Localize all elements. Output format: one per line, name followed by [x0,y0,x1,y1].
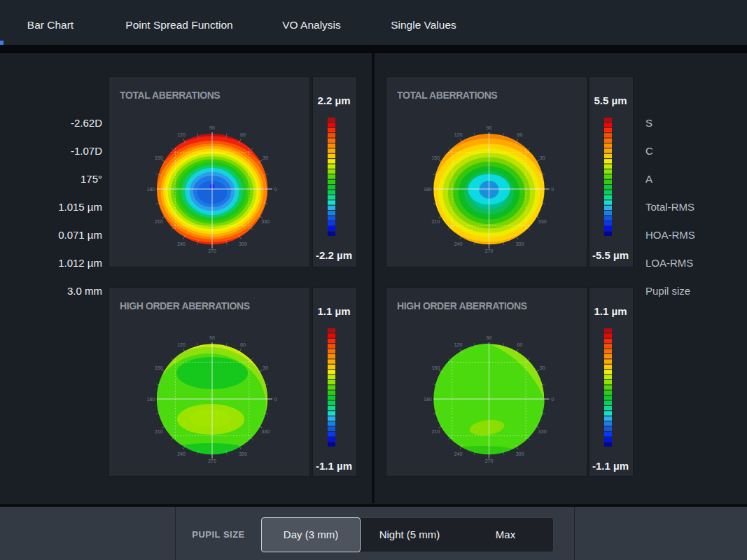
svg-text:150: 150 [155,365,163,370]
svg-text:270: 270 [485,248,494,253]
svg-text:90: 90 [487,125,492,130]
svg-text:90: 90 [487,335,492,340]
svg-text:330: 330 [261,219,270,224]
svg-text:0: 0 [551,187,554,192]
svg-text:30: 30 [540,155,545,160]
svg-text:30: 30 [263,365,268,370]
svg-text:60: 60 [517,342,523,347]
svg-text:150: 150 [431,365,440,370]
svg-text:180: 180 [147,397,155,402]
svg-text:120: 120 [177,132,186,137]
svg-text:270: 270 [485,458,494,463]
svg-text:120: 120 [454,132,463,137]
svg-text:60: 60 [517,132,523,137]
svg-text:270: 270 [208,248,216,253]
svg-text:210: 210 [155,429,163,434]
svg-text:0: 0 [551,397,554,402]
svg-text:180: 180 [424,187,432,192]
svg-text:240: 240 [177,451,186,456]
svg-text:90: 90 [209,125,215,130]
svg-text:120: 120 [177,342,186,347]
svg-text:180: 180 [424,397,432,402]
svg-text:240: 240 [454,241,463,246]
svg-text:30: 30 [263,155,268,160]
svg-text:240: 240 [454,451,463,456]
svg-text:240: 240 [177,241,186,246]
svg-text:0: 0 [274,397,277,402]
svg-text:300: 300 [516,451,524,456]
svg-text:150: 150 [431,155,440,160]
svg-text:210: 210 [431,429,440,434]
svg-text:0: 0 [274,187,277,192]
svg-text:60: 60 [240,132,246,137]
svg-text:270: 270 [208,458,216,463]
svg-text:300: 300 [239,451,247,456]
svg-text:210: 210 [155,219,163,224]
svg-text:120: 120 [454,342,463,347]
svg-text:180: 180 [147,187,155,192]
svg-text:330: 330 [538,219,547,224]
svg-text:300: 300 [239,241,247,246]
svg-text:300: 300 [516,241,524,246]
svg-text:330: 330 [538,429,547,434]
svg-text:210: 210 [431,219,440,224]
svg-text:30: 30 [540,365,545,370]
svg-text:60: 60 [240,342,246,347]
svg-text:150: 150 [155,155,163,160]
svg-text:90: 90 [209,335,215,340]
svg-text:330: 330 [261,429,270,434]
